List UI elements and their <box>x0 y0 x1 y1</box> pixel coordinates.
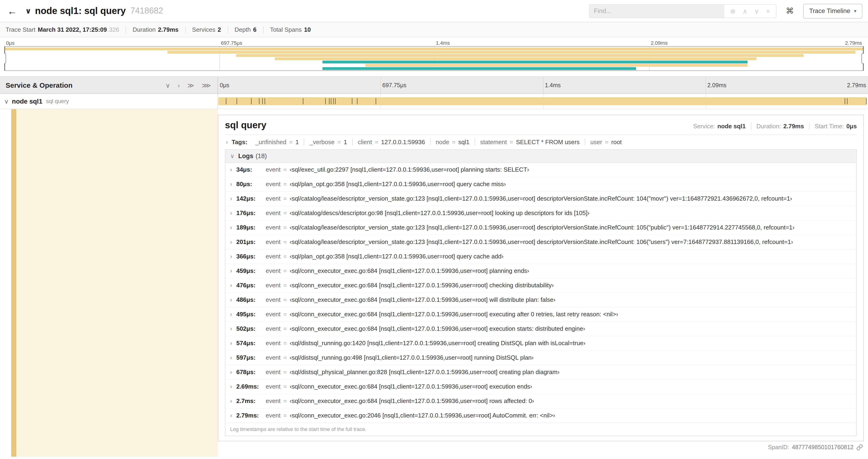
log-entry[interactable]: ›2.79ms:event=‹sql/conn_executor_exec.go… <box>225 408 856 423</box>
ruler-tick-label: 0μs <box>6 40 14 46</box>
keyboard-shortcuts-button[interactable]: ⌘ <box>783 6 797 16</box>
log-expand-icon[interactable]: › <box>230 325 232 333</box>
equals-sign: = <box>283 238 287 246</box>
tag-item: client=127.0.0.1:59936 <box>352 138 430 145</box>
log-entry[interactable]: ›574μs:event=‹sql/distsql_running.go:142… <box>225 336 856 350</box>
ruler-tick-label: 0μs <box>220 82 229 88</box>
log-entry[interactable]: ›176μs:event=‹sql/catalog/descs/descript… <box>225 206 856 220</box>
log-entry[interactable]: ›2.69ms:event=‹sql/conn_executor_exec.go… <box>225 379 856 394</box>
log-timestamp: 2.69ms: <box>236 383 266 391</box>
span-track[interactable] <box>218 94 868 109</box>
log-field-key: event <box>266 281 281 290</box>
log-field-value: ‹sql/exec_util.go:2297 [nsql1,client=127… <box>290 166 529 174</box>
log-field-key: event <box>266 325 281 333</box>
minimap-span-bar <box>4 47 864 51</box>
detail-meta-item: Service:node sql1 <box>688 123 751 130</box>
log-expand-icon[interactable]: › <box>230 180 232 189</box>
log-expand-icon[interactable]: › <box>230 195 232 203</box>
log-entry[interactable]: ›678μs:event=‹sql/distsql_physical_plann… <box>225 365 856 379</box>
log-field-value: ‹sql/conn_executor_exec.go:684 [nsql1,cl… <box>290 296 556 304</box>
log-expand-icon[interactable]: › <box>230 412 232 420</box>
tag-key: user <box>590 138 602 145</box>
tags-row[interactable]: › Tags: _unfinished=1_verbose=1client=12… <box>225 135 857 149</box>
copy-link-icon[interactable] <box>856 444 863 451</box>
expand-one-icon[interactable]: › <box>178 81 180 89</box>
expand-all-icon[interactable]: ⋙ <box>202 81 211 89</box>
log-expand-icon[interactable]: › <box>230 238 232 246</box>
tag-item: user=root <box>585 138 627 145</box>
log-entry[interactable]: ›366μs:event=‹sql/plan_opt.go:358 [nsql1… <box>225 249 856 264</box>
prev-result-icon[interactable]: ∧ <box>743 7 748 15</box>
log-timestamp: 201μs: <box>236 238 266 246</box>
log-entry[interactable]: ›34μs:event=‹sql/exec_util.go:2297 [nsql… <box>225 163 856 177</box>
log-entry[interactable]: ›2.7ms:event=‹sql/conn_executor_exec.go:… <box>225 394 856 408</box>
collapse-all-icon[interactable]: ≫ <box>187 81 194 89</box>
span-id-row: SpanID: 4877749850101760812 <box>218 441 864 451</box>
tags-expand-icon[interactable]: › <box>226 138 228 145</box>
trace-timeline-page: ← ∨ node sql1: sql query 7418682 ⊕ ∧ ∨ ×… <box>0 0 868 459</box>
minimap-right-scrubber[interactable] <box>863 47 864 70</box>
tag-value: 127.0.0.1:59936 <box>381 138 425 145</box>
logs-header[interactable]: ∨ Logs (18) <box>225 150 856 163</box>
log-expand-icon[interactable]: › <box>230 209 232 217</box>
log-timestamp: 2.79ms: <box>236 412 266 420</box>
minimap-left-scrubber[interactable] <box>4 47 5 70</box>
minimap-span-bar <box>275 57 756 60</box>
equals-sign: = <box>283 397 287 405</box>
tag-value: sql1 <box>458 138 469 145</box>
next-result-icon[interactable]: ∨ <box>754 7 759 15</box>
log-entry[interactable]: ›597μs:event=‹sql/distsql_running.go:498… <box>225 350 856 365</box>
log-expand-icon[interactable]: › <box>230 339 232 348</box>
span-name-cell[interactable]: ∨ node sql1 sql query <box>0 94 218 109</box>
log-entry[interactable]: ›189μs:event=‹sql/catalog/lease/descript… <box>225 220 856 235</box>
log-expand-icon[interactable]: › <box>230 267 232 275</box>
log-expand-icon[interactable]: › <box>230 166 232 174</box>
log-entry[interactable]: ›80μs:event=‹sql/plan_opt.go:358 [nsql1,… <box>225 177 856 191</box>
log-expand-icon[interactable]: › <box>230 252 232 261</box>
log-timestamp: 678μs: <box>236 368 266 376</box>
log-entry[interactable]: ›502μs:event=‹sql/conn_executor_exec.go:… <box>225 321 856 336</box>
log-field-value: ‹sql/catalog/lease/descriptor_version_st… <box>290 223 795 232</box>
log-entry[interactable]: ›201μs:event=‹sql/catalog/lease/descript… <box>225 235 856 249</box>
trace-view-select[interactable]: Trace Timeline ▾ <box>803 3 862 19</box>
locate-span-icon[interactable]: ⊕ <box>730 7 736 15</box>
log-timestamp: 597μs: <box>236 354 266 362</box>
log-timestamp: 2.7ms: <box>236 397 266 405</box>
log-expand-icon[interactable]: › <box>230 281 232 290</box>
span-row[interactable]: ∨ node sql1 sql query <box>0 94 868 109</box>
log-expand-icon[interactable]: › <box>230 354 232 362</box>
log-marker-tick <box>325 98 326 104</box>
log-timestamp: 495μs: <box>236 310 266 319</box>
trace-info-label: Depth <box>235 26 251 33</box>
span-service-name: node sql1 <box>12 97 42 105</box>
back-button[interactable]: ← <box>0 0 24 22</box>
minimap-canvas[interactable] <box>4 46 864 71</box>
log-expand-icon[interactable]: › <box>230 223 232 232</box>
log-field-key: event <box>266 195 281 203</box>
log-expand-icon[interactable]: › <box>230 397 232 405</box>
trace-info-value: March 31 2022, 17:25:09 <box>38 26 107 33</box>
log-expand-icon[interactable]: › <box>230 296 232 304</box>
collapse-trace-chevron-icon[interactable]: ∨ <box>25 6 31 15</box>
equals-sign: = <box>283 368 287 376</box>
column-resizer[interactable] <box>217 77 219 110</box>
log-expand-icon[interactable]: › <box>230 368 232 376</box>
clear-search-icon[interactable]: × <box>766 7 770 15</box>
log-expand-icon[interactable]: › <box>230 310 232 319</box>
log-entry[interactable]: ›486μs:event=‹sql/conn_executor_exec.go:… <box>225 292 856 307</box>
ruler-tick-label: 1.4ms <box>545 82 561 88</box>
log-entry[interactable]: ›142μs:event=‹sql/catalog/lease/descript… <box>225 191 856 206</box>
log-entry[interactable]: ›495μs:event=‹sql/conn_executor_exec.go:… <box>225 307 856 321</box>
span-duration-bar[interactable] <box>218 97 867 105</box>
find-input[interactable] <box>589 4 723 18</box>
logs-collapse-icon[interactable]: ∨ <box>230 153 235 160</box>
span-collapse-icon[interactable]: ∨ <box>4 98 9 105</box>
log-marker-tick <box>357 98 358 104</box>
ruler-tick-label: 2.79ms <box>845 40 862 46</box>
log-expand-icon[interactable]: › <box>230 383 232 391</box>
trace-info-value: 10 <box>304 26 311 33</box>
log-entry[interactable]: ›459μs:event=‹sql/conn_executor_exec.go:… <box>225 264 856 278</box>
equals-sign: = <box>283 252 287 261</box>
log-entry[interactable]: ›476μs:event=‹sql/conn_executor_exec.go:… <box>225 278 856 292</box>
collapse-one-icon[interactable]: ∨ <box>165 81 170 89</box>
